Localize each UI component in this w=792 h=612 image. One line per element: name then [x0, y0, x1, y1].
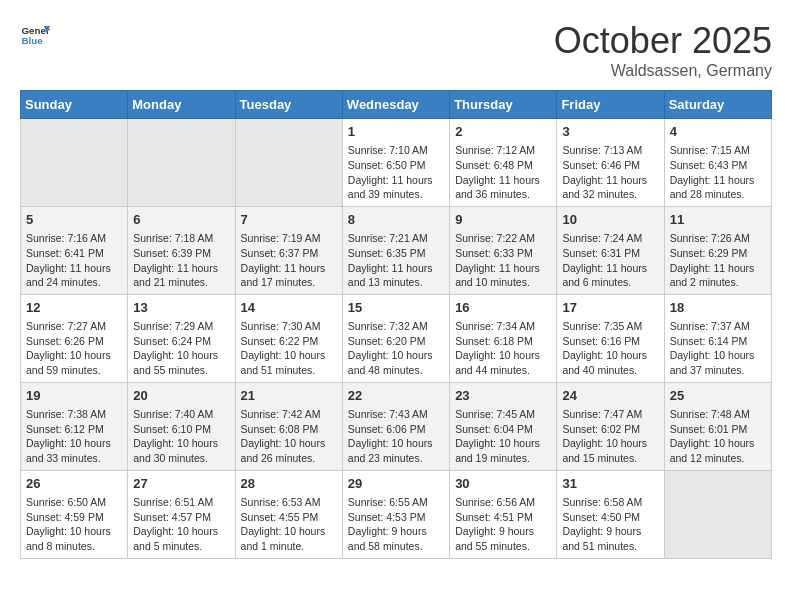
day-number: 18: [670, 299, 766, 317]
day-info: Sunrise: 7:47 AM: [562, 407, 658, 422]
day-info: Sunset: 4:51 PM: [455, 510, 551, 525]
day-number: 30: [455, 475, 551, 493]
table-row: 9Sunrise: 7:22 AMSunset: 6:33 PMDaylight…: [450, 206, 557, 294]
day-info: Daylight: 10 hours and 1 minute.: [241, 524, 337, 553]
day-number: 12: [26, 299, 122, 317]
day-info: Daylight: 10 hours and 8 minutes.: [26, 524, 122, 553]
day-info: Sunrise: 7:38 AM: [26, 407, 122, 422]
day-number: 24: [562, 387, 658, 405]
day-info: Daylight: 10 hours and 23 minutes.: [348, 436, 444, 465]
day-info: Daylight: 10 hours and 30 minutes.: [133, 436, 229, 465]
day-number: 31: [562, 475, 658, 493]
table-row: 7Sunrise: 7:19 AMSunset: 6:37 PMDaylight…: [235, 206, 342, 294]
table-row: 24Sunrise: 7:47 AMSunset: 6:02 PMDayligh…: [557, 382, 664, 470]
calendar-header-row: Sunday Monday Tuesday Wednesday Thursday…: [21, 91, 772, 119]
day-info: Daylight: 10 hours and 12 minutes.: [670, 436, 766, 465]
day-info: Sunset: 4:50 PM: [562, 510, 658, 525]
calendar-week-row: 1Sunrise: 7:10 AMSunset: 6:50 PMDaylight…: [21, 119, 772, 207]
day-info: Sunset: 6:33 PM: [455, 246, 551, 261]
day-info: Daylight: 9 hours and 58 minutes.: [348, 524, 444, 553]
day-number: 29: [348, 475, 444, 493]
col-monday: Monday: [128, 91, 235, 119]
day-info: Sunset: 6:43 PM: [670, 158, 766, 173]
svg-text:Blue: Blue: [22, 35, 44, 46]
page-header: General Blue October 2025 Waldsassen, Ge…: [20, 20, 772, 80]
day-info: Daylight: 11 hours and 10 minutes.: [455, 261, 551, 290]
calendar-week-row: 26Sunrise: 6:50 AMSunset: 4:59 PMDayligh…: [21, 470, 772, 558]
day-number: 2: [455, 123, 551, 141]
day-info: Sunset: 6:20 PM: [348, 334, 444, 349]
day-info: Sunrise: 6:51 AM: [133, 495, 229, 510]
day-info: Sunrise: 7:32 AM: [348, 319, 444, 334]
day-number: 23: [455, 387, 551, 405]
day-info: Daylight: 10 hours and 37 minutes.: [670, 348, 766, 377]
day-info: Sunrise: 7:18 AM: [133, 231, 229, 246]
day-number: 26: [26, 475, 122, 493]
day-info: Sunset: 4:53 PM: [348, 510, 444, 525]
table-row: [235, 119, 342, 207]
day-info: Sunset: 6:29 PM: [670, 246, 766, 261]
day-info: Sunset: 6:18 PM: [455, 334, 551, 349]
day-info: Sunset: 6:08 PM: [241, 422, 337, 437]
table-row: 27Sunrise: 6:51 AMSunset: 4:57 PMDayligh…: [128, 470, 235, 558]
day-info: Sunset: 6:41 PM: [26, 246, 122, 261]
day-info: Daylight: 11 hours and 24 minutes.: [26, 261, 122, 290]
day-info: Daylight: 10 hours and 55 minutes.: [133, 348, 229, 377]
table-row: 11Sunrise: 7:26 AMSunset: 6:29 PMDayligh…: [664, 206, 771, 294]
day-info: Sunset: 6:26 PM: [26, 334, 122, 349]
day-info: Sunrise: 6:58 AM: [562, 495, 658, 510]
day-info: Sunset: 6:24 PM: [133, 334, 229, 349]
day-info: Sunrise: 7:22 AM: [455, 231, 551, 246]
calendar-week-row: 5Sunrise: 7:16 AMSunset: 6:41 PMDaylight…: [21, 206, 772, 294]
table-row: 12Sunrise: 7:27 AMSunset: 6:26 PMDayligh…: [21, 294, 128, 382]
table-row: 22Sunrise: 7:43 AMSunset: 6:06 PMDayligh…: [342, 382, 449, 470]
day-number: 9: [455, 211, 551, 229]
day-info: Sunrise: 7:24 AM: [562, 231, 658, 246]
table-row: 6Sunrise: 7:18 AMSunset: 6:39 PMDaylight…: [128, 206, 235, 294]
day-info: Daylight: 10 hours and 48 minutes.: [348, 348, 444, 377]
day-info: Sunset: 6:12 PM: [26, 422, 122, 437]
day-info: Daylight: 9 hours and 51 minutes.: [562, 524, 658, 553]
day-info: Sunset: 6:01 PM: [670, 422, 766, 437]
day-info: Daylight: 10 hours and 51 minutes.: [241, 348, 337, 377]
logo: General Blue: [20, 20, 50, 50]
day-info: Sunrise: 7:27 AM: [26, 319, 122, 334]
table-row: [21, 119, 128, 207]
day-info: Sunrise: 7:26 AM: [670, 231, 766, 246]
day-info: Sunrise: 6:56 AM: [455, 495, 551, 510]
day-number: 25: [670, 387, 766, 405]
day-info: Sunrise: 7:43 AM: [348, 407, 444, 422]
col-sunday: Sunday: [21, 91, 128, 119]
table-row: 16Sunrise: 7:34 AMSunset: 6:18 PMDayligh…: [450, 294, 557, 382]
day-info: Sunset: 6:31 PM: [562, 246, 658, 261]
col-tuesday: Tuesday: [235, 91, 342, 119]
day-info: Daylight: 9 hours and 55 minutes.: [455, 524, 551, 553]
day-number: 16: [455, 299, 551, 317]
day-info: Daylight: 10 hours and 19 minutes.: [455, 436, 551, 465]
day-info: Sunset: 4:55 PM: [241, 510, 337, 525]
day-info: Sunrise: 7:40 AM: [133, 407, 229, 422]
table-row: 30Sunrise: 6:56 AMSunset: 4:51 PMDayligh…: [450, 470, 557, 558]
table-row: 25Sunrise: 7:48 AMSunset: 6:01 PMDayligh…: [664, 382, 771, 470]
day-number: 6: [133, 211, 229, 229]
day-number: 21: [241, 387, 337, 405]
calendar-week-row: 19Sunrise: 7:38 AMSunset: 6:12 PMDayligh…: [21, 382, 772, 470]
day-info: Sunrise: 7:21 AM: [348, 231, 444, 246]
table-row: 5Sunrise: 7:16 AMSunset: 6:41 PMDaylight…: [21, 206, 128, 294]
day-info: Sunrise: 7:19 AM: [241, 231, 337, 246]
day-info: Sunrise: 7:30 AM: [241, 319, 337, 334]
day-info: Sunset: 6:14 PM: [670, 334, 766, 349]
col-saturday: Saturday: [664, 91, 771, 119]
day-info: Sunset: 6:35 PM: [348, 246, 444, 261]
day-info: Daylight: 11 hours and 39 minutes.: [348, 173, 444, 202]
day-info: Daylight: 10 hours and 40 minutes.: [562, 348, 658, 377]
day-info: Sunrise: 7:10 AM: [348, 143, 444, 158]
day-number: 22: [348, 387, 444, 405]
table-row: 29Sunrise: 6:55 AMSunset: 4:53 PMDayligh…: [342, 470, 449, 558]
day-info: Sunrise: 6:55 AM: [348, 495, 444, 510]
day-info: Daylight: 10 hours and 59 minutes.: [26, 348, 122, 377]
logo-icon: General Blue: [20, 20, 50, 50]
day-info: Sunrise: 7:16 AM: [26, 231, 122, 246]
month-title: October 2025: [554, 20, 772, 62]
day-info: Daylight: 10 hours and 26 minutes.: [241, 436, 337, 465]
